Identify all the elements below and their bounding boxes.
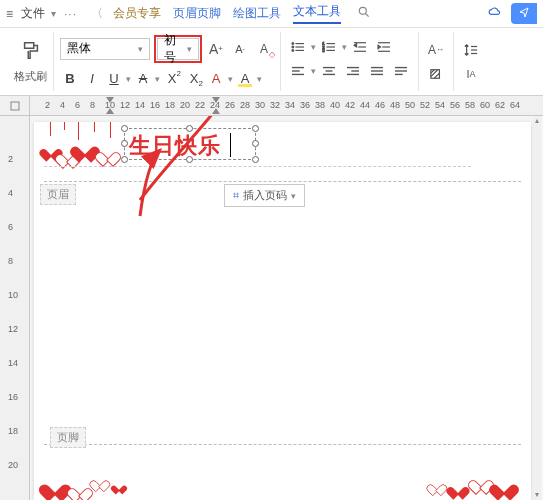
footer-label: 页脚 — [50, 427, 86, 448]
ruler-tick: 52 — [420, 100, 430, 110]
align-justify-button[interactable] — [366, 62, 388, 80]
resize-handle[interactable] — [252, 140, 259, 147]
decrease-font-button[interactable]: A- — [230, 39, 250, 59]
align-left-button[interactable] — [287, 62, 309, 80]
ribbon: 格式刷 黑体 ▾ 初号 ▾ A+ A- A◇ B I U ▾ A ▾ — [0, 28, 543, 96]
svg-point-6 — [292, 49, 294, 51]
ruler-tick: 18 — [165, 100, 175, 110]
distribute-button[interactable] — [390, 62, 412, 80]
italic-button[interactable]: I — [82, 69, 102, 89]
tab-text-tools[interactable]: 文本工具 — [293, 3, 341, 24]
indent-button[interactable] — [373, 38, 395, 56]
ruler-horizontal[interactable]: 2468101214161820222426283032343638404244… — [30, 96, 543, 116]
font-size-value: 初号 — [164, 32, 187, 66]
chevron-left-icon[interactable]: 〈 — [91, 5, 103, 22]
line-spacing-button[interactable] — [460, 41, 482, 59]
underline-button[interactable]: U — [104, 69, 124, 89]
clear-format-button[interactable]: A◇ — [254, 39, 274, 59]
svg-rect-39 — [11, 102, 19, 110]
ruler-tick: 26 — [225, 100, 235, 110]
format-painter-icon[interactable] — [20, 40, 42, 67]
svg-text:3: 3 — [322, 48, 325, 53]
resize-handle[interactable] — [121, 140, 128, 147]
heart-outline-icon — [473, 474, 487, 488]
ruler-tick: 18 — [8, 426, 18, 436]
resize-handle[interactable] — [252, 156, 259, 163]
ruler-tick: 6 — [75, 100, 80, 110]
document-page[interactable]: 生日快乐 页眉 ⌗ 插入页码 ▾ 页脚 — [34, 122, 531, 500]
chevron-down-icon[interactable]: ▾ — [311, 42, 316, 52]
scroll-down-icon[interactable]: ▾ — [533, 490, 541, 500]
ruler-tick: 38 — [315, 100, 325, 110]
vertical-scrollbar[interactable]: ▴ ▾ — [533, 116, 541, 500]
search-icon[interactable] — [357, 5, 371, 22]
svg-point-2 — [292, 42, 294, 44]
ruler-tick: 20 — [8, 460, 18, 470]
ruler-tick: 28 — [240, 100, 250, 110]
ruler-tick: 44 — [360, 100, 370, 110]
number-list-button[interactable]: 123 — [318, 38, 340, 56]
ruler-vertical[interactable]: 2468101214161820 — [0, 116, 30, 500]
chevron-down-icon[interactable]: ▾ — [126, 74, 131, 84]
chevron-down-icon[interactable]: ▾ — [51, 8, 56, 19]
strike-button[interactable]: A — [133, 69, 153, 89]
ruler-tick: 54 — [435, 100, 445, 110]
chevron-down-icon[interactable]: ▾ — [311, 66, 316, 76]
bold-button[interactable]: B — [60, 69, 80, 89]
ruler-tick: 30 — [255, 100, 265, 110]
char-scale-button[interactable]: A↔ — [425, 41, 447, 59]
page-wrap: 生日快乐 页眉 ⌗ 插入页码 ▾ 页脚 — [30, 116, 543, 500]
insert-page-number-button[interactable]: ⌗ 插入页码 ▾ — [224, 184, 305, 207]
subscript-button[interactable]: X2 — [184, 69, 204, 89]
font-name-value: 黑体 — [67, 40, 91, 57]
ruler-tick: 10 — [105, 100, 115, 110]
ruler-tick: 32 — [270, 100, 280, 110]
ruler-tick: 60 — [480, 100, 490, 110]
superscript-button[interactable]: X2 — [162, 69, 182, 89]
align-right-button[interactable] — [342, 62, 364, 80]
hearts-decoration-bottom-left — [44, 458, 154, 498]
document-main-text[interactable]: 生日快乐 — [129, 131, 221, 161]
heart-outline-icon — [72, 482, 86, 496]
tab-header-footer[interactable]: 页眉页脚 — [173, 5, 221, 22]
share-button[interactable] — [511, 3, 537, 24]
ruler-tick: 2 — [45, 100, 50, 110]
ruler-tick: 22 — [195, 100, 205, 110]
align-center-button[interactable] — [318, 62, 340, 80]
chevron-down-icon[interactable]: ▾ — [257, 74, 262, 84]
resize-handle[interactable] — [121, 125, 128, 132]
text-frame[interactable]: 生日快乐 — [124, 128, 256, 160]
ruler-tick: 64 — [510, 100, 520, 110]
heart-icon — [76, 140, 94, 158]
header-region[interactable]: 生日快乐 — [44, 122, 521, 182]
scroll-up-icon[interactable]: ▴ — [533, 116, 541, 126]
more-menu[interactable]: ··· — [64, 7, 77, 21]
ruler-tick: 6 — [8, 222, 13, 232]
ruler-tick: 46 — [375, 100, 385, 110]
ruler-tick: 14 — [135, 100, 145, 110]
font-color-button[interactable]: A — [206, 69, 226, 89]
footer-region[interactable]: 页脚 — [44, 444, 521, 500]
cloud-icon[interactable] — [487, 5, 503, 22]
tab-draw-tools[interactable]: 绘图工具 — [233, 5, 281, 22]
increase-font-button[interactable]: A+ — [206, 39, 226, 59]
ruler-tick: 10 — [8, 290, 18, 300]
chevron-down-icon[interactable]: ▾ — [228, 74, 233, 84]
hamburger-icon[interactable]: ≡ — [6, 7, 13, 21]
shading-button[interactable] — [425, 65, 447, 83]
highlight-button[interactable]: A — [235, 69, 255, 89]
tab-member[interactable]: 会员专享 — [113, 5, 161, 22]
chevron-down-icon[interactable]: ▾ — [155, 74, 160, 84]
font-name-select[interactable]: 黑体 ▾ — [60, 38, 150, 60]
ruler-tick: 34 — [285, 100, 295, 110]
outdent-button[interactable] — [349, 38, 371, 56]
ruler-tick: 8 — [90, 100, 95, 110]
bullet-list-button[interactable] — [287, 38, 309, 56]
chevron-down-icon[interactable]: ▾ — [342, 42, 347, 52]
resize-handle[interactable] — [121, 156, 128, 163]
font-size-select[interactable]: 初号 ▾ — [157, 38, 199, 60]
resize-handle[interactable] — [252, 125, 259, 132]
text-direction-button[interactable]: IA — [460, 65, 482, 83]
file-menu[interactable]: 文件 — [21, 5, 45, 22]
heart-icon — [495, 478, 513, 496]
